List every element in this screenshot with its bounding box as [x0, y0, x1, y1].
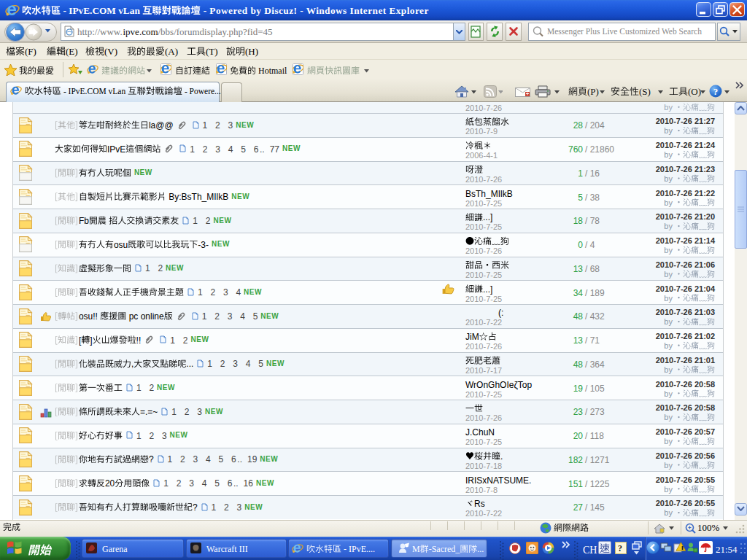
svg-text:?: ? — [713, 86, 719, 97]
